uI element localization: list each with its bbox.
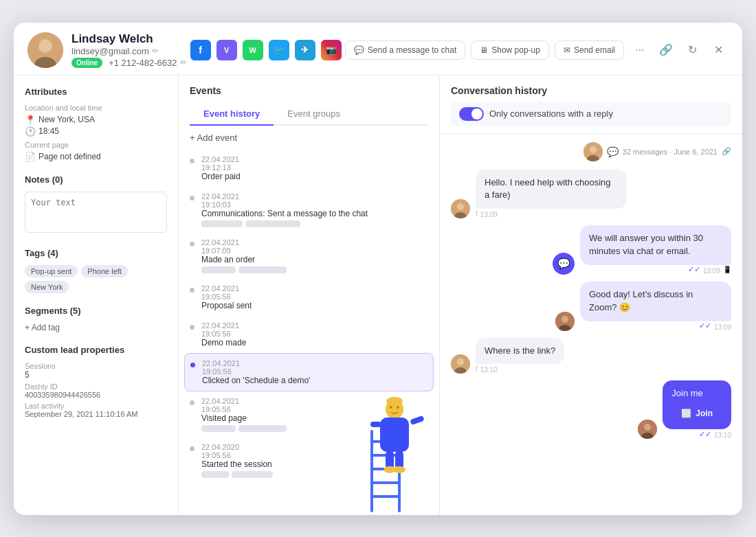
event-description: Communications: Sent a message to the ch… (201, 209, 428, 218)
message-time: 13:09 (703, 267, 720, 275)
tag-item[interactable]: Pop-up sent (25, 265, 78, 277)
svg-point-1 (38, 39, 52, 53)
conv-avatar (583, 142, 603, 161)
attributes-section: Attributes Location and local time 📍 New… (25, 87, 167, 162)
reply-toggle[interactable] (459, 107, 484, 121)
tags-section: Tags (4) Pop-up sent Phone left New York (25, 248, 167, 293)
message-row: Hello. I need help with choosing a fare)… (451, 170, 731, 219)
event-item[interactable]: 22.04.202119:05:56 Proposal sent (184, 279, 434, 316)
message-time: 13:10 (714, 431, 731, 439)
msg-content: Hello. I need help with choosing a fare)… (476, 170, 627, 219)
tab-event-history[interactable]: Event history (190, 103, 274, 126)
edit-phone-icon[interactable]: ✏ (180, 58, 187, 67)
conv-link-icon[interactable]: 🔗 (722, 147, 731, 156)
events-list: 22.04.202119:12:13 Order paid 22.04.2021… (179, 150, 439, 515)
msg-content: Where is the link? f 13:10 (476, 338, 564, 374)
msg-avatar (451, 199, 470, 218)
tags-list: Pop-up sent Phone left New York (25, 265, 167, 293)
message-row: We will answer you within 30 minutes via… (451, 225, 731, 275)
read-icon: ✓✓ (688, 265, 700, 274)
toggle-row: Only conversations with a reply (451, 102, 731, 126)
close-icon[interactable]: ✕ (708, 40, 729, 60)
events-panel: Events Event history Event groups + Add … (179, 76, 440, 515)
event-time: 22.04.202119:10:03 (201, 192, 428, 209)
event-time: 22.04.202119:05:56 (201, 321, 428, 338)
join-button[interactable]: ⬜ Join (671, 404, 722, 422)
refresh-icon[interactable]: ↻ (682, 40, 702, 60)
tags-title: Tags (4) (25, 248, 167, 258)
send-email-button[interactable]: ✉ Send email (555, 41, 624, 60)
link-icon[interactable]: 🔗 (656, 40, 676, 60)
events-header: Events Event history Event groups (179, 76, 439, 126)
custom-properties-section: Custom lead properties Sessions 5 Dashly… (25, 345, 167, 418)
notes-input[interactable] (25, 192, 167, 233)
message-row: Good day! Let's discuss in Zoom? 😊 ✓✓ 13… (451, 282, 731, 331)
event-description: Started the session (201, 459, 428, 469)
chat-icon: 💬 (607, 146, 619, 157)
event-item[interactable]: 22.04.202119:05:56 Clicked on 'Schedule … (184, 353, 434, 391)
message-bubble: Join me ⬜ Join (663, 380, 731, 429)
user-info: Lindsay Welch lindsey@gmail.com ✏ Online… (27, 32, 187, 68)
message-bubble: Where is the link? (476, 338, 564, 365)
user-email: lindsey@gmail.com ✏ (71, 46, 187, 56)
more-options-button[interactable]: ··· (630, 40, 650, 60)
event-item[interactable]: 22.04.202119:05:56 Demo made (184, 316, 434, 353)
message-row: Join me ⬜ Join ✓✓ 13:10 (451, 380, 731, 439)
msg-avatar (451, 354, 470, 374)
user-details: Lindsay Welch lindsey@gmail.com ✏ Online… (71, 32, 187, 68)
tag-item[interactable]: Phone left (81, 265, 128, 277)
event-dot (190, 288, 194, 293)
event-time: 22.04.202119:07:09 (201, 238, 428, 255)
event-time: 22.04.202019:05:56 (201, 443, 428, 459)
msg-content: Good day! Let's discuss in Zoom? 😊 ✓✓ 13… (580, 282, 731, 331)
titlebar: Lindsay Welch lindsey@gmail.com ✏ Online… (14, 23, 742, 76)
device-icon: 📱 (723, 266, 731, 273)
add-event-button[interactable]: + Add event (179, 126, 439, 150)
viber-icon[interactable]: V (216, 40, 237, 60)
event-description: Proposal sent (201, 301, 428, 310)
tab-event-groups[interactable]: Event groups (274, 103, 354, 126)
send-message-button[interactable]: 💬 Send a message to chat (345, 41, 465, 60)
event-description: Clicked on 'Schedule a demo' (202, 376, 427, 385)
social-icons: f V W 🐦 ✈ 📷 (190, 40, 342, 60)
sidebar: Attributes Location and local time 📍 New… (14, 76, 179, 515)
instagram-icon[interactable]: 📷 (321, 40, 342, 60)
join-icon: ⬜ (681, 409, 691, 418)
chat-icon: 💬 (354, 45, 364, 55)
conversation-title: Conversation history (451, 85, 731, 96)
message-bubble: Good day! Let's discuss in Zoom? 😊 (580, 282, 731, 321)
tag-item[interactable]: New York (25, 281, 69, 293)
event-item[interactable]: 22.04.202119:07:09 Made an order (184, 233, 434, 279)
twitter-icon[interactable]: 🐦 (269, 40, 289, 60)
svg-point-22 (590, 146, 597, 153)
add-tag-button[interactable]: + Add tag (25, 323, 167, 332)
event-tags (201, 266, 428, 273)
agent-icon: 💬 (553, 253, 575, 275)
edit-email-icon[interactable]: ✏ (152, 46, 159, 56)
event-item[interactable]: 22.04.202119:10:03 Communications: Sent … (184, 187, 434, 233)
event-dot (190, 363, 195, 367)
facebook-icon[interactable]: f (190, 40, 211, 60)
show-popup-button[interactable]: 🖥 Show pop-up (471, 41, 549, 60)
source-icon: f (476, 365, 478, 373)
whatsapp-icon[interactable]: W (243, 40, 263, 60)
last-activity-row: Last activity September 29, 2021 11:10:1… (25, 402, 167, 418)
event-time: 22.04.202119:12:13 (201, 155, 428, 172)
page-value: 📄 Page not defined (25, 152, 167, 162)
telegram-icon[interactable]: ✈ (295, 40, 315, 60)
event-dot (190, 400, 194, 405)
chat-messages: 💬 32 messages · June 6, 2021 🔗 Hello. I … (440, 134, 742, 515)
location-icon: 📍 (25, 115, 36, 125)
msg-content: We will answer you within 30 minutes via… (580, 225, 731, 275)
location-value: 📍 New York, USA (25, 115, 167, 125)
event-tags (201, 471, 428, 478)
event-item[interactable]: 22.04.202119:12:13 Order paid (184, 150, 434, 187)
segments-section: Segments (5) + Add tag (25, 306, 167, 332)
events-title: Events (190, 85, 428, 96)
event-item[interactable]: 22.04.202019:05:56 Started the session (184, 437, 434, 483)
sessions-row: Sessions 5 (25, 362, 167, 380)
segments-title: Segments (5) (25, 306, 167, 316)
chat-panel: Conversation history Only conversations … (440, 76, 742, 515)
event-item[interactable]: 22.04.202119:05:56 Visited page (184, 391, 434, 437)
time-value: 🕐 18:45 (25, 126, 167, 137)
